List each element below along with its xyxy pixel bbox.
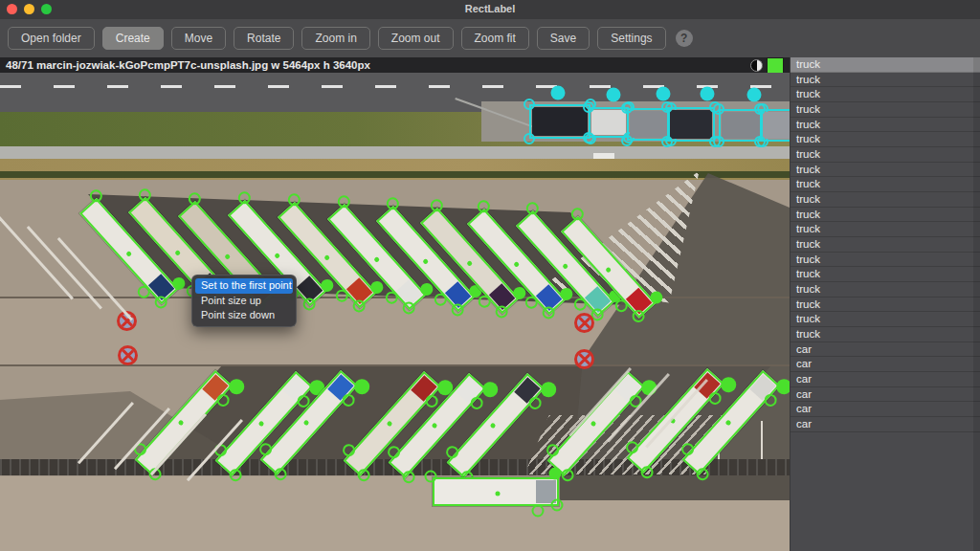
zoom-in-button[interactable]: Zoom in bbox=[301, 27, 369, 50]
label-list-sidebar[interactable]: trucktrucktrucktrucktrucktrucktrucktruck… bbox=[790, 57, 980, 551]
car-annotation[interactable] bbox=[760, 109, 790, 142]
corner-handle[interactable] bbox=[754, 136, 766, 147]
point-handle[interactable] bbox=[701, 87, 715, 101]
point-handle[interactable] bbox=[562, 263, 568, 270]
annotation-list-item[interactable]: truck bbox=[791, 208, 980, 223]
point-handle[interactable] bbox=[431, 422, 437, 429]
help-button[interactable]: ? bbox=[676, 30, 693, 47]
open-folder-button[interactable]: Open folder bbox=[8, 27, 95, 50]
point-handle[interactable] bbox=[386, 420, 392, 427]
create-button[interactable]: Create bbox=[102, 27, 164, 50]
corner-handle[interactable] bbox=[661, 101, 673, 113]
point-handle[interactable] bbox=[224, 253, 231, 260]
annotation-list-item[interactable]: car bbox=[791, 387, 980, 403]
truck-annotation-bottom[interactable] bbox=[433, 477, 559, 506]
zoom-out-button[interactable]: Zoom out bbox=[378, 27, 454, 50]
sidebar-scrollbar[interactable] bbox=[973, 57, 980, 551]
contrast-icon[interactable] bbox=[750, 59, 763, 72]
annotation-list-item[interactable]: truck bbox=[791, 267, 980, 282]
point-handle[interactable] bbox=[724, 419, 731, 426]
image-canvas[interactable] bbox=[0, 73, 790, 551]
corner-handle[interactable] bbox=[583, 132, 594, 143]
settings-button[interactable]: Settings bbox=[597, 27, 665, 50]
corner-handle[interactable] bbox=[551, 499, 564, 512]
corner-handle[interactable] bbox=[754, 103, 766, 115]
point-handle[interactable] bbox=[549, 468, 562, 480]
context-menu: Set to the first pointPoint size upPoint… bbox=[191, 275, 297, 327]
image-info-text: 48/71 marcin-jozwiak-kGoPcmpPT7c-unsplas… bbox=[0, 59, 370, 71]
annotation-list-item[interactable]: truck bbox=[791, 163, 980, 178]
annotation-list-item[interactable]: truck bbox=[791, 57, 980, 73]
annotation-list-item[interactable]: truck bbox=[791, 132, 980, 147]
annotation-list-item[interactable]: car bbox=[791, 357, 980, 372]
point-handle[interactable] bbox=[590, 420, 596, 427]
title-bar: RectLabel bbox=[0, 0, 980, 20]
point-handle[interactable] bbox=[174, 250, 181, 256]
corner-handle[interactable] bbox=[523, 133, 535, 144]
annotation-list-item[interactable]: truck bbox=[791, 312, 980, 327]
rectlabel-window: RectLabel Open folderCreateMoveRotateZoo… bbox=[0, 0, 980, 551]
point-handle[interactable] bbox=[125, 251, 132, 257]
point-handle[interactable] bbox=[302, 419, 309, 426]
point-handle[interactable] bbox=[496, 492, 501, 496]
point-handle[interactable] bbox=[177, 419, 184, 426]
corner-handle[interactable] bbox=[621, 102, 633, 114]
point-handle[interactable] bbox=[657, 87, 671, 101]
corner-handle[interactable] bbox=[713, 103, 724, 115]
annotation-list-item[interactable]: truck bbox=[791, 177, 980, 192]
point-handle[interactable] bbox=[323, 254, 330, 261]
corner-handle[interactable] bbox=[661, 136, 673, 147]
window-title: RectLabel bbox=[0, 3, 980, 14]
point-handle[interactable] bbox=[551, 86, 566, 100]
car-annotation[interactable] bbox=[667, 107, 715, 142]
corner-handle[interactable] bbox=[523, 99, 535, 110]
point-handle[interactable] bbox=[422, 258, 429, 265]
annotation-list-item[interactable]: car bbox=[791, 372, 980, 387]
light-pole bbox=[761, 421, 763, 459]
road-lane-markings bbox=[0, 85, 790, 88]
menu-item-point-size-down[interactable]: Point size down bbox=[195, 308, 293, 323]
hedge-row bbox=[0, 171, 790, 178]
point-handle[interactable] bbox=[747, 88, 762, 102]
move-button[interactable]: Move bbox=[171, 27, 226, 50]
annotation-list-item[interactable]: truck bbox=[791, 282, 980, 298]
car-annotation[interactable] bbox=[529, 104, 590, 139]
corner-handle[interactable] bbox=[713, 136, 724, 147]
annotation-list-item[interactable]: truck bbox=[791, 222, 980, 237]
annotation-list-item[interactable]: truck bbox=[791, 73, 980, 88]
point-handle[interactable] bbox=[605, 267, 612, 274]
point-handle[interactable] bbox=[489, 422, 496, 429]
annotation-list-item[interactable]: truck bbox=[791, 147, 980, 163]
annotation-list-item[interactable]: car bbox=[791, 342, 980, 358]
status-bar: 48/71 marcin-jozwiak-kGoPcmpPT7c-unsplas… bbox=[0, 57, 790, 73]
point-handle[interactable] bbox=[274, 253, 280, 259]
annotation-list-item[interactable]: truck bbox=[791, 237, 980, 253]
no-stopping-road-marking bbox=[574, 349, 594, 369]
annotation-list-item[interactable]: truck bbox=[791, 102, 980, 118]
annotation-list-item[interactable]: truck bbox=[791, 298, 980, 313]
corner-handle[interactable] bbox=[425, 471, 437, 483]
menu-item-point-size-up[interactable]: Point size up bbox=[195, 294, 293, 309]
menu-item-set-to-the-first-point[interactable]: Set to the first point bbox=[195, 278, 293, 294]
point-handle[interactable] bbox=[257, 420, 264, 427]
point-handle[interactable] bbox=[513, 261, 520, 268]
corner-handle[interactable] bbox=[532, 505, 545, 518]
annotation-list-item[interactable]: truck bbox=[791, 118, 980, 133]
annotation-list-item[interactable]: car bbox=[791, 417, 980, 432]
point-handle[interactable] bbox=[466, 260, 473, 267]
annotation-list-item[interactable]: truck bbox=[791, 192, 980, 208]
selected-label-color-swatch[interactable] bbox=[767, 57, 784, 74]
annotation-list-item[interactable]: truck bbox=[791, 253, 980, 268]
corner-handle[interactable] bbox=[583, 101, 594, 113]
zoom-fit-button[interactable]: Zoom fit bbox=[461, 27, 529, 50]
annotation-list-item[interactable]: car bbox=[791, 402, 980, 417]
annotation-list-item[interactable]: truck bbox=[791, 87, 980, 102]
no-stopping-road-marking bbox=[574, 313, 594, 333]
corner-handle[interactable] bbox=[621, 135, 633, 146]
point-handle[interactable] bbox=[373, 256, 380, 263]
annotation-list-item[interactable]: truck bbox=[791, 327, 980, 342]
save-button[interactable]: Save bbox=[537, 27, 590, 50]
point-handle[interactable] bbox=[607, 88, 621, 102]
toolbar: Open folderCreateMoveRotateZoom inZoom o… bbox=[0, 19, 980, 57]
rotate-button[interactable]: Rotate bbox=[234, 27, 294, 50]
